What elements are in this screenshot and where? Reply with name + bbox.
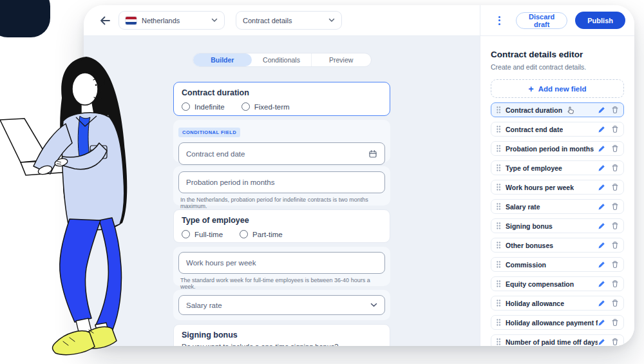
delete-trash-icon[interactable] <box>611 299 619 307</box>
delete-trash-icon[interactable] <box>611 318 619 327</box>
sidebar-field-row[interactable]: Contract duration <box>491 102 624 117</box>
sidebar-field-row[interactable]: Number of paid time off days <box>491 334 624 346</box>
delete-trash-icon[interactable] <box>611 106 619 114</box>
country-select[interactable]: Netherlands <box>118 11 225 30</box>
delete-trash-icon[interactable] <box>611 222 619 230</box>
sidebar-field-row[interactable]: Probation period in months <box>491 141 624 156</box>
chevron-down-icon <box>211 18 218 23</box>
delete-trash-icon[interactable] <box>611 241 619 249</box>
form-column: Contract duration Indefinite Fixed-term <box>173 82 390 346</box>
calendar-icon[interactable] <box>368 149 377 158</box>
edit-pencil-icon[interactable] <box>598 222 605 230</box>
edit-pencil-icon[interactable] <box>598 318 605 327</box>
publish-button[interactable]: Publish <box>575 12 625 29</box>
hand-cursor-icon <box>566 106 575 115</box>
drag-handle-icon[interactable] <box>496 318 501 327</box>
sidebar-field-row[interactable]: Equity compensation <box>491 276 624 291</box>
sidebar-field-row[interactable]: Signing bonus <box>491 218 624 233</box>
drag-handle-icon[interactable] <box>496 241 501 249</box>
drag-handle-icon[interactable] <box>496 164 501 172</box>
edit-pencil-icon[interactable] <box>598 106 605 114</box>
drag-handle-icon[interactable] <box>496 280 501 288</box>
signing-bonus-title: Signing bonus <box>182 330 382 340</box>
input-placeholder: Probation period in months <box>186 178 274 186</box>
drag-handle-icon[interactable] <box>496 183 501 191</box>
field-label: Salary rate <box>506 203 540 211</box>
signing-bonus-subtitle: Do you want to include a one-time signin… <box>182 343 382 346</box>
edit-pencil-icon[interactable] <box>598 280 605 288</box>
salary-rate-section: Salary rate <box>173 290 390 320</box>
edit-pencil-icon[interactable] <box>598 125 605 133</box>
edit-pencil-icon[interactable] <box>598 260 605 269</box>
tab-bar: Builder Conditionals Preview <box>193 53 372 67</box>
radio-indefinite[interactable]: Indefinite <box>182 102 225 111</box>
conditional-field-badge: Conditional field <box>178 128 240 137</box>
sidebar-field-row[interactable]: Type of employee <box>491 160 624 175</box>
drag-handle-icon[interactable] <box>496 144 501 153</box>
delete-trash-icon[interactable] <box>611 164 619 172</box>
builder-canvas: Builder Conditionals Preview Contract du… <box>84 36 480 346</box>
delete-trash-icon[interactable] <box>611 183 619 191</box>
page: Netherlands Contract details Discard dra… <box>0 0 644 364</box>
work-hours-helper-text: The standard work week for full-time emp… <box>178 277 385 290</box>
add-new-field-button[interactable]: + Add new field <box>491 79 624 98</box>
radio-part-time[interactable]: Part-time <box>240 230 283 238</box>
edit-pencil-icon[interactable] <box>598 299 605 307</box>
drag-handle-icon[interactable] <box>496 125 501 133</box>
sidebar-field-row[interactable]: Holiday allowance <box>491 296 624 311</box>
back-button[interactable] <box>97 12 113 29</box>
decorative-corner-shape <box>0 0 50 37</box>
delete-trash-icon[interactable] <box>611 260 619 269</box>
contract-duration-card[interactable]: Contract duration Indefinite Fixed-term <box>173 82 390 116</box>
work-hours-input[interactable]: Work hours per week <box>178 252 385 274</box>
tab-builder[interactable]: Builder <box>193 53 252 66</box>
sidebar-field-row[interactable]: Holiday allowance payment fre... <box>491 315 624 330</box>
field-label: Number of paid time off days <box>506 338 598 346</box>
tab-conditionals[interactable]: Conditionals <box>252 53 312 66</box>
radio-full-time[interactable]: Full-time <box>182 230 223 238</box>
edit-pencil-icon[interactable] <box>598 183 605 191</box>
edit-pencil-icon[interactable] <box>598 144 605 153</box>
delete-trash-icon[interactable] <box>611 202 619 211</box>
drag-handle-icon[interactable] <box>496 338 501 346</box>
radio-circle-icon <box>182 102 190 111</box>
employee-type-options: Full-time Part-time <box>182 230 382 238</box>
add-new-field-label: Add new field <box>538 85 587 93</box>
sidebar-field-row[interactable]: Contract end date <box>491 122 624 137</box>
drag-handle-icon[interactable] <box>496 299 501 307</box>
sidebar-field-row[interactable]: Salary rate <box>491 199 624 214</box>
drag-handle-icon[interactable] <box>496 202 501 211</box>
salary-rate-select[interactable]: Salary rate <box>178 295 385 315</box>
contract-end-date-input[interactable]: Contract end date <box>178 142 385 165</box>
sidebar-field-row[interactable]: Other bonuses <box>491 238 624 253</box>
tab-preview[interactable]: Preview <box>312 53 371 66</box>
employee-type-card[interactable]: Type of employee Full-time Part-time <box>173 209 390 243</box>
field-label: Holiday allowance <box>506 300 564 307</box>
sidebar-field-row[interactable]: Commission <box>491 257 624 272</box>
plus-icon: + <box>529 84 534 93</box>
delete-trash-icon[interactable] <box>611 280 619 288</box>
edit-pencil-icon[interactable] <box>598 241 605 249</box>
sidebar-field-row[interactable]: Work hours per week <box>491 180 624 195</box>
drag-handle-icon[interactable] <box>496 106 501 114</box>
delete-trash-icon[interactable] <box>611 144 619 153</box>
signing-bonus-card[interactable]: Signing bonus Do you want to include a o… <box>173 324 390 346</box>
work-hours-section: Work hours per week The standard work we… <box>173 247 390 286</box>
delete-trash-icon[interactable] <box>611 338 619 346</box>
drag-handle-icon[interactable] <box>496 222 501 230</box>
radio-fixed-term[interactable]: Fixed-term <box>242 102 290 111</box>
kebab-menu-icon[interactable] <box>495 14 504 28</box>
field-label: Work hours per week <box>506 184 574 191</box>
sidebar-title: Contract details editor <box>491 50 624 59</box>
delete-trash-icon[interactable] <box>611 125 619 133</box>
edit-pencil-icon[interactable] <box>598 202 605 211</box>
radio-label: Part-time <box>252 231 283 238</box>
probation-input[interactable]: Probation period in months <box>178 171 385 193</box>
template-select[interactable]: Contract details <box>236 11 342 30</box>
radio-label: Fixed-term <box>254 103 290 111</box>
edit-pencil-icon[interactable] <box>598 338 605 346</box>
drag-handle-icon[interactable] <box>496 260 501 269</box>
conditional-field-section: Conditional field Contract end date <box>173 120 390 162</box>
edit-pencil-icon[interactable] <box>598 164 605 172</box>
discard-draft-button[interactable]: Discard draft <box>516 12 567 29</box>
